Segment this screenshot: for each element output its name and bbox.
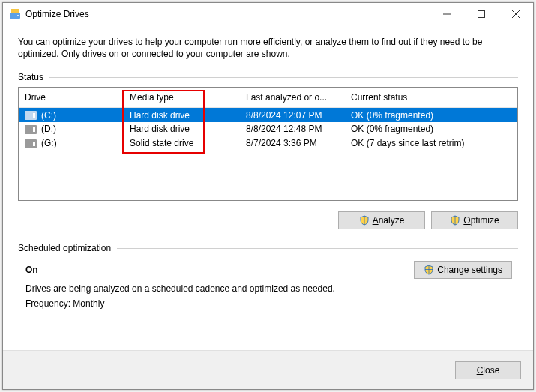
col-last[interactable]: Last analyzed or o... <box>240 88 345 108</box>
svg-rect-4 <box>478 10 485 17</box>
drive-icon <box>25 125 37 134</box>
drive-icon <box>25 111 37 120</box>
col-status[interactable]: Current status <box>345 88 517 108</box>
drive-status: OK (0% fragmented) <box>345 122 517 136</box>
status-label: Status <box>18 72 43 82</box>
scheduled-on: On <box>25 265 414 275</box>
drive-icon <box>25 139 37 148</box>
close-window-button[interactable] <box>499 3 533 25</box>
column-header-row[interactable]: Drive Media type Last analyzed or o... C… <box>19 88 517 108</box>
titlebar[interactable]: Optimize Drives <box>3 3 533 25</box>
table-row[interactable]: (C:) Hard disk drive 8/8/2024 12:07 PM O… <box>19 108 517 122</box>
accel: C <box>437 265 444 275</box>
scheduled-body: On Change settings Drives are being anal… <box>18 258 518 309</box>
shield-icon <box>359 215 370 226</box>
accel: O <box>463 215 470 226</box>
drive-status: OK (0% fragmented) <box>345 108 517 122</box>
shield-icon <box>450 215 460 226</box>
drive-last: 8/8/2024 12:48 PM <box>240 122 345 136</box>
intro-text: You can optimize your drives to help you… <box>18 36 518 60</box>
optimize-button[interactable]: Optimize <box>431 211 518 229</box>
drive-name: (C:) <box>41 110 56 121</box>
minimize-button[interactable] <box>430 3 464 25</box>
accel: A <box>373 215 379 226</box>
drive-media: Solid state drive <box>124 136 240 151</box>
divider <box>49 77 518 78</box>
window-title: Optimize Drives <box>25 9 430 19</box>
content-area: You can optimize your drives to help you… <box>3 25 533 350</box>
analyze-button[interactable]: Analyze <box>338 211 425 229</box>
drive-name: (G:) <box>41 138 57 148</box>
svg-point-2 <box>17 15 19 16</box>
maximize-button[interactable] <box>464 3 499 25</box>
dialog-footer: Close <box>3 350 533 389</box>
col-media[interactable]: Media type <box>124 88 240 108</box>
drive-last: 8/8/2024 12:07 PM <box>240 108 345 122</box>
scheduled-section-header: Scheduled optimization <box>18 243 518 253</box>
drives-grid[interactable]: Drive Media type Last analyzed or o... C… <box>18 87 518 201</box>
table-row[interactable]: (D:) Hard disk drive 8/8/2024 12:48 PM O… <box>19 122 517 136</box>
drive-last: 8/7/2024 3:36 PM <box>240 136 345 151</box>
action-button-row: Analyze Optimize <box>18 211 518 229</box>
status-section-header: Status <box>18 72 518 82</box>
drive-name: (D:) <box>41 124 56 134</box>
shield-icon <box>424 265 434 275</box>
window-controls <box>430 3 533 25</box>
svg-rect-1 <box>11 9 19 13</box>
scheduled-label: Scheduled optimization <box>18 243 111 253</box>
app-icon <box>9 8 21 20</box>
drive-media: Hard disk drive <box>124 122 240 136</box>
scheduled-desc: Drives are being analyzed on a scheduled… <box>25 283 512 294</box>
optimize-drives-window: Optimize Drives You can optimize your dr… <box>2 2 534 390</box>
drive-media: Hard disk drive <box>124 108 240 122</box>
divider <box>117 248 518 249</box>
table-row[interactable]: (G:) Solid state drive 8/7/2024 3:36 PM … <box>19 136 517 151</box>
scheduled-freq: Frequency: Monthly <box>25 298 512 309</box>
drive-status: OK (7 days since last retrim) <box>345 136 517 151</box>
close-button[interactable]: Close <box>455 361 521 379</box>
col-drive[interactable]: Drive <box>19 88 124 108</box>
change-settings-button[interactable]: Change settings <box>414 261 512 279</box>
